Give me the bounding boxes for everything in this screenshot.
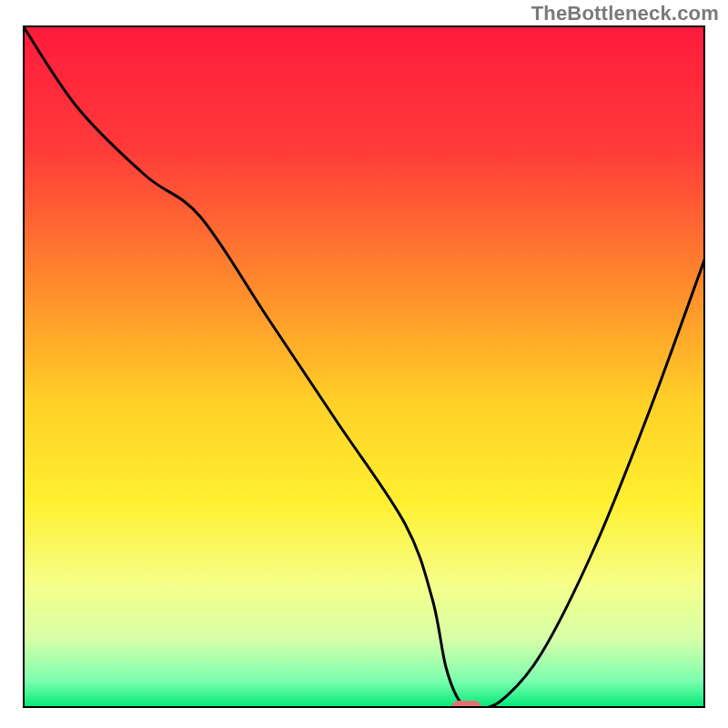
bottleneck-chart [23, 25, 705, 708]
watermark-text: TheBottleneck.com [531, 2, 719, 25]
gradient-background [23, 25, 705, 708]
